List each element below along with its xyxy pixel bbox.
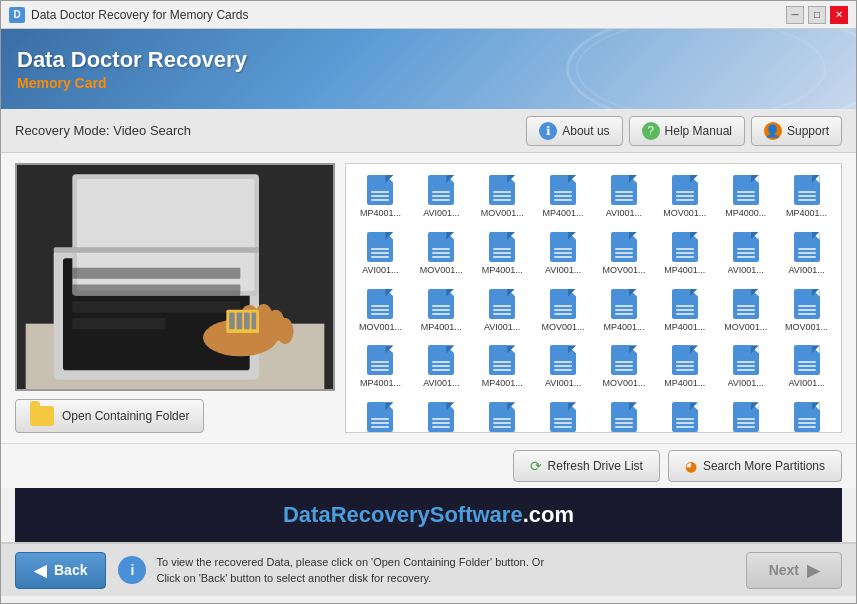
file-icon-shape (428, 289, 454, 319)
file-item[interactable]: AVI001... (778, 227, 835, 280)
file-item[interactable]: MP4001... (656, 227, 713, 280)
open-containing-folder-button[interactable]: Open Containing Folder (15, 399, 204, 433)
file-icon (732, 401, 760, 433)
file-item[interactable]: AVI001... (413, 340, 470, 393)
file-item[interactable]: AVI001... (717, 340, 774, 393)
file-icon-shape (672, 175, 698, 205)
file-item[interactable]: AVI001... (474, 397, 531, 433)
file-icon-shape (672, 402, 698, 432)
file-item[interactable]: AVI001... (596, 397, 653, 433)
app-icon: D (9, 7, 25, 23)
file-name: AVI001... (788, 265, 824, 276)
file-item[interactable]: MOV001... (596, 340, 653, 393)
file-name: MP4001... (664, 378, 705, 389)
file-icon-lines (371, 305, 389, 315)
file-item[interactable]: MP4001... (352, 340, 409, 393)
file-item[interactable]: MP4001... (656, 284, 713, 337)
refresh-icon: ⟳ (530, 458, 542, 474)
file-icon-lines (676, 248, 694, 258)
file-name: MP4001... (603, 322, 644, 333)
file-item[interactable]: MP4001... (535, 170, 592, 223)
file-icon (610, 174, 638, 206)
file-icon-lines (615, 248, 633, 258)
file-icon-lines (493, 248, 511, 258)
window-controls[interactable]: ─ □ ✕ (786, 6, 848, 24)
file-item[interactable]: MOV001... (717, 284, 774, 337)
file-item[interactable]: MOV001... (656, 397, 713, 433)
file-item[interactable]: MOV001... (474, 170, 531, 223)
file-icon-lines (371, 248, 389, 258)
file-grid: MP4001...AVI001...MOV001...MP4001...AVI0… (352, 170, 835, 433)
file-icon (549, 401, 577, 433)
file-icon (732, 344, 760, 376)
file-icon (793, 231, 821, 263)
file-icon (366, 288, 394, 320)
file-item[interactable]: MP4001... (656, 340, 713, 393)
file-grid-panel[interactable]: MP4001...AVI001...MOV001...MP4001...AVI0… (345, 163, 842, 433)
file-item[interactable]: AVI001... (717, 227, 774, 280)
next-button[interactable]: Next ▶ (746, 552, 842, 589)
file-item[interactable]: MOV001... (778, 397, 835, 433)
support-button[interactable]: 👤 Support (751, 116, 842, 146)
file-icon-lines (737, 361, 755, 371)
file-item[interactable]: AVI001... (535, 340, 592, 393)
file-icon-shape (611, 402, 637, 432)
titlebar-title: Data Doctor Recovery for Memory Cards (31, 8, 786, 22)
file-item[interactable]: MP4001... (474, 340, 531, 393)
file-name: AVI001... (545, 378, 581, 389)
file-item[interactable]: MP4001... (778, 170, 835, 223)
file-icon-shape (428, 232, 454, 262)
file-item[interactable]: MP4001... (352, 170, 409, 223)
search-more-partitions-button[interactable]: ◕ Search More Partitions (668, 450, 842, 482)
next-chevron-icon: ▶ (807, 561, 819, 580)
about-us-button[interactable]: ℹ About us (526, 116, 622, 146)
file-item[interactable]: MP4001... (474, 227, 531, 280)
file-icon-lines (615, 361, 633, 371)
file-item[interactable]: MOV001... (535, 284, 592, 337)
file-icon-lines (676, 305, 694, 315)
file-icon (671, 288, 699, 320)
refresh-drive-list-button[interactable]: ⟳ Refresh Drive List (513, 450, 660, 482)
file-item[interactable]: MOV001... (717, 397, 774, 433)
file-item[interactable]: MP4000... (717, 170, 774, 223)
file-icon-shape (367, 402, 393, 432)
file-item[interactable]: MP4001... (413, 397, 470, 433)
close-button[interactable]: ✕ (830, 6, 848, 24)
file-item[interactable]: AVI001... (352, 227, 409, 280)
file-item[interactable]: MOV001... (656, 170, 713, 223)
file-icon-lines (493, 191, 511, 201)
file-item[interactable]: AVI001... (413, 170, 470, 223)
file-item[interactable]: MOV001... (352, 397, 409, 433)
file-item[interactable]: AVI001... (474, 284, 531, 337)
help-manual-button[interactable]: ? Help Manual (629, 116, 745, 146)
file-icon-shape (367, 289, 393, 319)
file-item[interactable]: MOV001... (413, 227, 470, 280)
maximize-button[interactable]: □ (808, 6, 826, 24)
footer-text: To view the recovered Data, please click… (156, 554, 544, 587)
file-icon (671, 174, 699, 206)
file-item[interactable]: MOV001... (596, 227, 653, 280)
file-item[interactable]: AVI001... (535, 227, 592, 280)
file-icon (610, 344, 638, 376)
file-icon-shape (733, 345, 759, 375)
file-icon-lines (432, 248, 450, 258)
file-item[interactable]: MP4001... (535, 397, 592, 433)
file-item[interactable]: MP4001... (413, 284, 470, 337)
back-button[interactable]: ◀ Back (15, 552, 106, 589)
file-name: MOV001... (542, 322, 585, 333)
footer-text-line1: To view the recovered Data, please click… (156, 554, 544, 571)
file-item[interactable]: MOV001... (352, 284, 409, 337)
file-item[interactable]: AVI001... (778, 340, 835, 393)
file-icon (366, 401, 394, 433)
file-item[interactable]: MP4001... (596, 284, 653, 337)
support-icon: 👤 (764, 122, 782, 140)
file-name: MP4001... (360, 208, 401, 219)
file-icon-shape (794, 289, 820, 319)
file-item[interactable]: MOV001... (778, 284, 835, 337)
file-name: AVI001... (728, 265, 764, 276)
file-icon-lines (676, 191, 694, 201)
bottom-actions: ⟳ Refresh Drive List ◕ Search More Parti… (1, 443, 856, 488)
svg-rect-7 (72, 268, 240, 279)
minimize-button[interactable]: ─ (786, 6, 804, 24)
file-item[interactable]: AVI001... (596, 170, 653, 223)
